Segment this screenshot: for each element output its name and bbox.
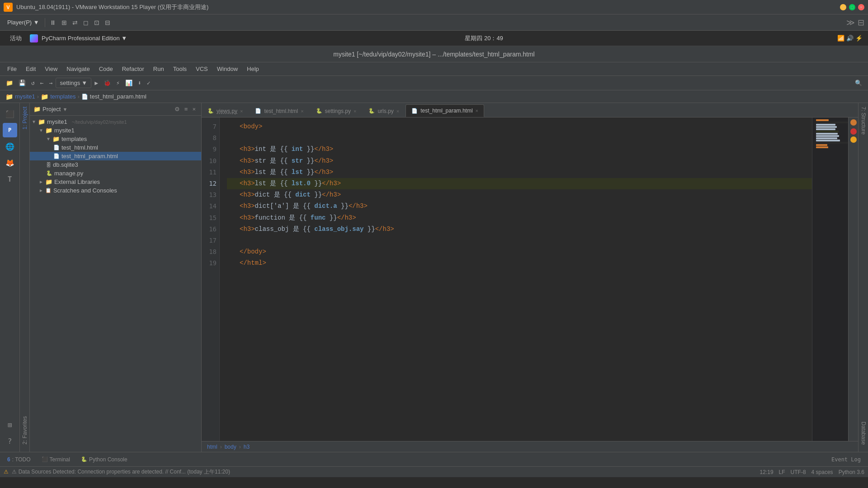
commit-btn[interactable]: ✓ xyxy=(145,78,153,88)
tree-db-sqlite[interactable]: 🗄 db.sqlite3 xyxy=(30,160,201,169)
player-menu[interactable]: Player(P) ▼ xyxy=(4,17,43,28)
event-log-btn[interactable]: Event Log xyxy=(828,455,864,465)
bottom-breadcrumb: html › body › h3 xyxy=(202,441,858,452)
code-line-14: <h3> dict['a'] 是 {{ dict.a }} </h3> xyxy=(227,201,812,212)
indent-info[interactable]: 4 spaces xyxy=(811,469,833,475)
pycharm-label[interactable]: PyCharm Professional Edition ▼ xyxy=(42,35,127,42)
sync-btn[interactable]: ↺ xyxy=(29,78,37,88)
error-dot[interactable] xyxy=(850,128,857,135)
menu-file[interactable]: File xyxy=(4,64,20,74)
structure-vtab[interactable]: 7: Structure xyxy=(859,103,868,138)
pause-icon[interactable]: ⏸ xyxy=(47,17,59,28)
settings-icon[interactable]: ⊡ xyxy=(91,17,102,28)
language[interactable]: Python 3.6 xyxy=(839,469,864,475)
bc-html[interactable]: html xyxy=(207,444,217,450)
tree-test-html[interactable]: 📄 test_html.html xyxy=(30,143,201,152)
activities-button[interactable]: 活动 xyxy=(5,33,26,44)
menu-run[interactable]: Run xyxy=(150,64,168,74)
menu-help[interactable]: Help xyxy=(243,64,263,74)
tab-views-py[interactable]: 🐍 views.py × xyxy=(202,104,249,117)
help-icon[interactable]: ⊟ xyxy=(102,17,113,28)
tree-test-html-param[interactable]: 📄 test_html_param.html xyxy=(30,152,201,160)
favorites-vtab-label[interactable]: 2: Favorites xyxy=(20,413,29,448)
bc-h3[interactable]: h3 xyxy=(244,444,250,450)
terminal-tab[interactable]: ⬛ Terminal xyxy=(38,455,74,465)
python-console-tab[interactable]: 🐍 Python Console xyxy=(77,455,131,465)
fullscreen-icon[interactable]: ⊞ xyxy=(59,17,70,28)
usb-icon[interactable]: ◻ xyxy=(80,17,91,28)
menu-edit[interactable]: Edit xyxy=(22,64,39,74)
warning-dot-2[interactable] xyxy=(850,136,857,143)
code-editor[interactable]: 7 8 9 10 11 12 13 14 15 16 17 18 19 <bod… xyxy=(202,117,858,441)
menu-window[interactable]: Window xyxy=(213,64,241,74)
tab-urls-py[interactable]: 🐍 urls.py × xyxy=(363,104,405,117)
tree-external-libs[interactable]: ► 📁 External Libraries xyxy=(30,178,201,186)
tab-close-test-html[interactable]: × xyxy=(301,108,303,114)
tab-close-settings[interactable]: × xyxy=(354,108,356,114)
views-py-icon: 🐍 xyxy=(208,108,214,114)
apps-icon-btn[interactable]: ⊞ xyxy=(3,418,17,432)
breadcrumb-file[interactable]: test_html_param.html xyxy=(90,93,146,100)
todo-tab[interactable]: 6 : TODO xyxy=(4,455,34,465)
tab-close-param[interactable]: × xyxy=(476,108,478,113)
tree-root-mysite1[interactable]: ▼ 📁 mysite1 ~/tedu/vip/day02/mysite1 xyxy=(30,117,201,126)
browser-icon-btn[interactable]: 🌐 xyxy=(3,139,17,154)
tab-test-html[interactable]: 📄 test_html.html × xyxy=(249,104,309,117)
encoding[interactable]: UTF-8 xyxy=(791,469,806,475)
status-message[interactable]: ⚠ Data Sources Detected: Connection prop… xyxy=(12,469,230,475)
right-control-1[interactable]: ≫ xyxy=(846,18,855,28)
save-btn[interactable]: 💾 xyxy=(16,78,28,88)
open-folder-btn[interactable]: 📁 xyxy=(4,78,15,88)
pycharm-icon-btn[interactable]: P xyxy=(3,123,17,137)
bc-body[interactable]: body xyxy=(225,444,236,450)
project-vtab-label[interactable]: 1: Project xyxy=(20,103,29,133)
settings-dropdown[interactable]: settings ▼ xyxy=(56,78,91,88)
tree-templates[interactable]: ▼ 📁 templates xyxy=(30,135,201,143)
menu-navigate[interactable]: Navigate xyxy=(63,64,93,74)
back-btn[interactable]: ← xyxy=(38,78,46,88)
close-panel-icon[interactable]: × xyxy=(190,105,198,113)
minimize-button[interactable]: − xyxy=(840,4,846,10)
menu-view[interactable]: View xyxy=(41,64,61,74)
tab-test-html-param[interactable]: 📄 test_html_param.html × xyxy=(406,104,484,117)
maximize-button[interactable]: □ xyxy=(849,4,855,10)
cursor-position[interactable]: 12:19 xyxy=(760,469,774,475)
gear-icon[interactable]: ⚙ xyxy=(173,105,182,113)
tab-close-urls[interactable]: × xyxy=(396,108,399,114)
tree-mysite1-sub[interactable]: ▼ 📁 mysite1 xyxy=(30,126,201,135)
coverage-btn[interactable]: 📊 xyxy=(123,78,135,88)
pycharm-taskbar-item[interactable]: PyCharm Professional Edition ▼ xyxy=(26,34,131,42)
window-controls[interactable]: − □ × xyxy=(840,4,864,10)
menu-code[interactable]: Code xyxy=(95,64,117,74)
line12-h3-close: </h3> xyxy=(322,178,341,189)
forward-btn[interactable]: → xyxy=(47,78,55,88)
menu-vcs[interactable]: VCS xyxy=(192,64,212,74)
debug-btn[interactable]: 🐞 xyxy=(101,78,113,88)
menu-refactor[interactable]: Refactor xyxy=(118,64,148,74)
tab-settings-py[interactable]: 🐍 settings.py × xyxy=(310,104,363,117)
code-content[interactable]: <body> <h3> int 是 {{ int }} </h3> <h3> xyxy=(220,117,812,441)
firefox-icon-btn[interactable]: 🦊 xyxy=(3,155,17,170)
database-vtab[interactable]: Database xyxy=(859,418,868,448)
unity-icon[interactable]: ⇄ xyxy=(70,17,80,28)
profile-btn[interactable]: ⚡ xyxy=(114,78,122,88)
tree-scratches[interactable]: ► 📋 Scratches and Consoles xyxy=(30,186,201,195)
line-ending[interactable]: LF xyxy=(779,469,785,475)
breadcrumb-templates[interactable]: templates xyxy=(50,93,75,100)
help-icon-btn[interactable]: ? xyxy=(3,434,17,448)
tab-close-views[interactable]: × xyxy=(240,108,243,114)
terminal-icon-btn[interactable]: ⬛ xyxy=(3,107,17,121)
vcs-update-btn[interactable]: ⬇ xyxy=(136,78,144,88)
tree-manage-py[interactable]: 🐍 manage.py xyxy=(30,169,201,178)
text-editor-icon-btn[interactable]: T xyxy=(3,172,17,186)
collapse-icon[interactable]: ≡ xyxy=(183,105,190,113)
project-dropdown-arrow[interactable]: ▼ xyxy=(62,107,67,112)
run-btn[interactable]: ▶ xyxy=(92,78,100,88)
warning-dot-1[interactable] xyxy=(850,119,857,126)
line-num-12: 12 xyxy=(202,178,217,189)
breadcrumb-mysite1[interactable]: mysite1 xyxy=(15,93,35,100)
right-control-2[interactable]: ⊟ xyxy=(858,18,864,28)
search-everywhere-btn[interactable]: 🔍 xyxy=(853,78,864,88)
close-button[interactable]: × xyxy=(858,4,864,10)
menu-tools[interactable]: Tools xyxy=(170,64,190,74)
